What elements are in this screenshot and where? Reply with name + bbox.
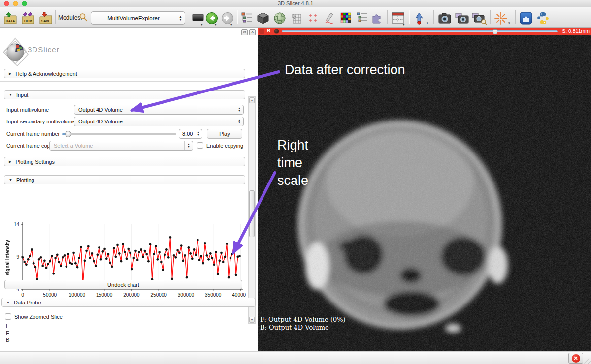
background-volume-label: B: Output 4D Volume bbox=[260, 324, 346, 332]
extensions-icon[interactable] bbox=[371, 12, 383, 24]
frame-number-value: 8.00 bbox=[179, 131, 195, 137]
section-help-acknowledgement[interactable]: ▶ Help & Acknowledgement bbox=[4, 69, 245, 78]
scroll-frame-divider bbox=[0, 81, 247, 82]
annotations-ruler-icon[interactable] bbox=[324, 12, 335, 24]
svg-text:200000: 200000 bbox=[123, 292, 140, 298]
input-multivolume-combo[interactable]: Output 4D Volume ▲▼ bbox=[74, 105, 244, 115]
section-plotting[interactable]: ▼ Plotting bbox=[4, 175, 245, 184]
screenshot-icon[interactable] bbox=[438, 13, 451, 24]
slice-orientation-label: R bbox=[267, 28, 270, 33]
section-data-probe[interactable]: ▼ Data Probe bbox=[1, 298, 256, 307]
mri-slice-image[interactable] bbox=[258, 35, 591, 351]
svg-text:100000: 100000 bbox=[69, 292, 86, 298]
resize-grip-icon[interactable] bbox=[587, 361, 591, 364]
module-finder-icon[interactable] bbox=[356, 12, 368, 24]
module-selector-arrows-icon: ▲▼ bbox=[176, 12, 185, 24]
frame-slider-handle[interactable] bbox=[65, 131, 71, 137]
play-button[interactable]: Play bbox=[207, 129, 242, 139]
close-window-icon[interactable] bbox=[4, 1, 9, 6]
svg-text:400000: 400000 bbox=[232, 292, 246, 298]
slice-offset-handle[interactable] bbox=[493, 29, 497, 34]
module-forward-caret-icon[interactable]: ▾ bbox=[230, 23, 232, 27]
crosshair-icon[interactable] bbox=[494, 12, 507, 25]
input-secondary-value: Output 4D Volume bbox=[74, 119, 235, 124]
markups-icon[interactable] bbox=[308, 12, 320, 24]
scene-view-restore-icon[interactable] bbox=[472, 13, 487, 25]
input-multivolume-label: Input multivolume bbox=[6, 105, 49, 115]
load-dicom-icon[interactable]: DCM bbox=[21, 11, 35, 26]
panel-close-icon[interactable]: ✕ bbox=[249, 29, 256, 35]
frame-copy-placeholder: Select a Volume bbox=[50, 143, 184, 149]
current-frame-label: Current frame number bbox=[6, 129, 60, 139]
chart-ylabel: signal intensity bbox=[5, 228, 12, 287]
foreground-volume-label: F: Output 4D Volume (0%) bbox=[260, 316, 346, 324]
frame-copy-combo[interactable]: Select a Volume ▲▼ bbox=[49, 141, 193, 151]
scroll-up-icon[interactable]: ▲ bbox=[249, 97, 255, 103]
expanded-triangle-icon: ▼ bbox=[9, 93, 12, 96]
input-secondary-combo[interactable]: Output 4D Volume ▲▼ bbox=[74, 117, 244, 126]
module-history-caret-icon[interactable]: ▾ bbox=[201, 23, 203, 27]
panel-float-icon[interactable]: ⧉ bbox=[241, 29, 248, 35]
slicer-logo-text: 3DSlicer bbox=[28, 45, 60, 54]
section-input[interactable]: ▼ Input bbox=[4, 90, 245, 99]
transforms-icon[interactable] bbox=[291, 12, 303, 24]
section-label: Help & Acknowledgement bbox=[15, 71, 77, 77]
slice-offset-slider[interactable] bbox=[282, 30, 558, 32]
mouse-mode-icon[interactable] bbox=[414, 12, 425, 25]
spinbox-arrows-icon[interactable]: ▲▼ bbox=[195, 129, 202, 138]
enable-copying-checkbox[interactable] bbox=[197, 142, 203, 149]
svg-text:DCM: DCM bbox=[24, 19, 32, 23]
slice-menu-icon[interactable] bbox=[274, 29, 279, 34]
layout-caret-icon[interactable]: ▾ bbox=[403, 23, 405, 27]
toolbar-separator bbox=[55, 10, 56, 24]
frame-slider-groove[interactable] bbox=[62, 133, 176, 135]
scene-view-icon[interactable] bbox=[455, 13, 469, 24]
status-bar: ✕ bbox=[0, 351, 591, 364]
frame-number-spinbox[interactable]: 8.00 ▲▼ bbox=[179, 129, 202, 139]
toolbar-separator bbox=[387, 10, 388, 24]
slice-collapse-icon[interactable]: – bbox=[259, 29, 264, 34]
section-plotting-settings[interactable]: ▶ Plotting Settings bbox=[4, 157, 245, 166]
slice-controller-bar: – R S: 0.811mm bbox=[258, 28, 591, 35]
panel-scrollbar[interactable]: ▲ ▼ bbox=[248, 96, 256, 324]
intensity-chart[interactable]: 4914050000100000150000200000250000300000… bbox=[4, 220, 246, 304]
mouse-mode-caret-icon[interactable]: ▾ bbox=[427, 21, 428, 25]
svg-text:9: 9 bbox=[16, 254, 19, 260]
module-history-icon[interactable] bbox=[192, 14, 204, 22]
minimize-window-icon[interactable] bbox=[13, 1, 18, 6]
colors-icon[interactable] bbox=[340, 12, 351, 24]
section-label: Data Probe bbox=[14, 300, 41, 305]
svg-text:350000: 350000 bbox=[205, 292, 222, 298]
svg-text:300000: 300000 bbox=[178, 292, 195, 298]
volume-rendering-icon[interactable] bbox=[257, 12, 269, 25]
toolbar-separator bbox=[515, 10, 516, 24]
scrollbar-thumb[interactable] bbox=[249, 190, 255, 237]
python-console-icon[interactable] bbox=[536, 12, 550, 25]
load-data-icon[interactable]: DATA bbox=[3, 11, 18, 26]
toolbar-separator bbox=[409, 10, 409, 24]
extension-manager-icon[interactable] bbox=[520, 12, 532, 25]
section-label: Plotting bbox=[16, 177, 34, 183]
toolbar-separator bbox=[490, 10, 491, 24]
models-icon[interactable] bbox=[273, 12, 286, 25]
module-back-caret-icon[interactable]: ▾ bbox=[215, 23, 217, 27]
module-list-icon[interactable] bbox=[241, 12, 253, 24]
crosshair-caret-icon[interactable]: ▾ bbox=[508, 21, 510, 25]
scroll-down-icon[interactable]: ▼ bbox=[249, 317, 255, 323]
slice-offset-value: S: 0.811mm bbox=[562, 28, 590, 34]
combo-arrows-icon: ▲▼ bbox=[235, 105, 243, 114]
zoom-window-icon[interactable] bbox=[22, 1, 27, 6]
error-close-icon: ✕ bbox=[572, 354, 580, 363]
svg-text:SAVE: SAVE bbox=[41, 19, 51, 23]
undock-chart-button[interactable]: Undock chart bbox=[4, 280, 242, 289]
svg-text:DATA: DATA bbox=[6, 19, 15, 23]
collapsed-triangle-icon: ▶ bbox=[9, 72, 11, 76]
save-icon[interactable]: SAVE bbox=[38, 11, 53, 26]
module-search-icon[interactable] bbox=[79, 13, 88, 22]
show-zoomed-slice-checkbox[interactable] bbox=[5, 313, 11, 320]
svg-text:150000: 150000 bbox=[96, 292, 113, 298]
svg-text:0: 0 bbox=[21, 292, 24, 298]
error-log-button[interactable]: ✕ bbox=[568, 353, 583, 364]
module-selector[interactable]: MultiVolumeExplorer ▲▼ bbox=[91, 11, 185, 25]
svg-text:14: 14 bbox=[14, 222, 20, 227]
